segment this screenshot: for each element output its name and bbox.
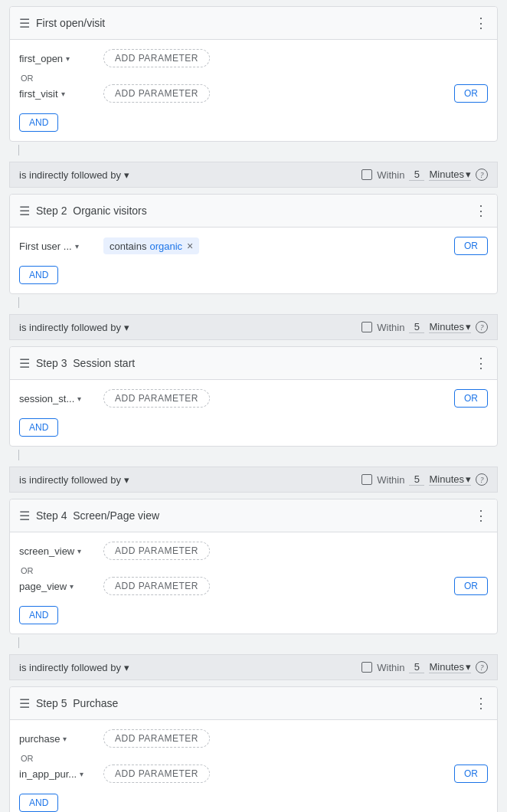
step-3-or-button[interactable]: OR	[454, 389, 488, 408]
step-2-drag-icon: ☰	[19, 204, 30, 218]
step-2-body: First user ... ▾ contains organic × OR A…	[10, 228, 497, 293]
step-1-or-button[interactable]: OR	[454, 84, 488, 103]
within-unit-arrow-4: ▾	[466, 661, 471, 673]
followed-by-arrow-4: ▾	[124, 662, 129, 673]
within-section-1: Within 5 Minutes ▾ ?	[361, 169, 488, 181]
step-3-title: Step 3 Session start	[36, 357, 474, 369]
step-1-event-label-1: first_open ▾	[19, 53, 103, 64]
step-5-more-icon[interactable]: ⋮	[474, 695, 488, 712]
followed-by-label-3: is indirectly followed by	[19, 474, 121, 486]
step-1-event-dropdown-2[interactable]: ▾	[61, 90, 65, 98]
step-1-event-row-2: first_visit ▾ ADD PARAMETER OR	[19, 84, 488, 103]
step-4-event-dropdown-1[interactable]: ▾	[77, 547, 81, 555]
followed-by-select-4[interactable]: is indirectly followed by ▾	[19, 662, 129, 673]
step-1-more-icon[interactable]: ⋮	[474, 15, 488, 31]
step-2-header: ☰ Step 2 Organic visitors ⋮	[10, 195, 497, 228]
help-icon-1[interactable]: ?	[476, 169, 488, 181]
step-2-more-icon[interactable]: ⋮	[474, 202, 488, 219]
step-3-more-icon[interactable]: ⋮	[474, 355, 488, 372]
step-block-2: ☰ Step 2 Organic visitors ⋮ First user .…	[0, 194, 507, 308]
within-unit-4[interactable]: Minutes ▾	[429, 661, 471, 673]
step-5-or-label: OR	[19, 752, 488, 765]
within-checkbox-4[interactable]	[361, 662, 372, 673]
step-4-or-button[interactable]: OR	[454, 577, 488, 595]
within-checkbox-3[interactable]	[361, 474, 372, 485]
followed-by-bar-2: is indirectly followed by ▾ Within 5 Min…	[0, 314, 507, 340]
help-icon-2[interactable]: ?	[476, 321, 488, 333]
step-3-event-dropdown-1[interactable]: ▾	[77, 395, 81, 403]
step-4-body: screen_view ▾ ADD PARAMETER OR page_view…	[10, 532, 497, 634]
within-label-2: Within	[377, 322, 404, 333]
step-4-header: ☰ Step 4 Screen/Page view ⋮	[10, 499, 497, 532]
followed-by-select-1[interactable]: is indirectly followed by ▾	[19, 169, 129, 181]
step-1-add-param-btn-1[interactable]: ADD PARAMETER	[103, 49, 210, 67]
step-5-add-param-btn-1[interactable]: ADD PARAMETER	[103, 729, 210, 748]
followed-by-bar-1: is indirectly followed by ▾ Within 5 Min…	[0, 162, 507, 188]
step-1-add-param-btn-2[interactable]: ADD PARAMETER	[103, 84, 210, 103]
within-label-3: Within	[377, 474, 404, 486]
step-1-event-dropdown-1[interactable]: ▾	[66, 54, 70, 63]
step-card-4: ☰ Step 4 Screen/Page view ⋮ screen_view …	[9, 499, 498, 634]
step-5-and-button[interactable]: AND	[19, 794, 58, 812]
followed-by-label-1: is indirectly followed by	[19, 169, 121, 181]
step-2-contains-tag: contains organic ×	[103, 237, 199, 254]
step-4-event-label-1: screen_view ▾	[19, 545, 103, 557]
contains-close-btn[interactable]: ×	[187, 240, 193, 252]
step-4-event-label-2: page_view ▾	[19, 581, 103, 592]
followed-by-select-2[interactable]: is indirectly followed by ▾	[19, 322, 129, 333]
step-3-drag-icon: ☰	[19, 356, 30, 371]
followed-by-select-3[interactable]: is indirectly followed by ▾	[19, 474, 129, 486]
step-4-event-name-2: page_view	[19, 581, 67, 592]
step-2-or-button[interactable]: OR	[454, 237, 488, 255]
step-1-title: First open/visit	[36, 17, 474, 29]
step-5-event-label-2: in_app_pur... ▾	[19, 768, 103, 780]
within-unit-2[interactable]: Minutes ▾	[429, 321, 471, 333]
followed-by-3: is indirectly followed by ▾ Within 5 Min…	[9, 467, 498, 493]
step-2-and-button[interactable]: AND	[19, 266, 58, 284]
step-5-or-button[interactable]: OR	[454, 765, 488, 783]
within-checkbox-1[interactable]	[361, 169, 372, 180]
within-number-3: 5	[409, 473, 424, 486]
followed-by-label-4: is indirectly followed by	[19, 662, 121, 673]
step-5-event-dropdown-1[interactable]: ▾	[63, 735, 67, 743]
within-unit-1[interactable]: Minutes ▾	[429, 169, 471, 181]
step-3-event-row-1: session_st... ▾ ADD PARAMETER OR	[19, 389, 488, 408]
step-card-3: ☰ Step 3 Session start ⋮ session_st... ▾…	[9, 346, 498, 447]
step-4-add-param-btn-1[interactable]: ADD PARAMETER	[103, 542, 210, 560]
step-2-event-dropdown-1[interactable]: ▾	[75, 242, 79, 250]
step-4-more-icon[interactable]: ⋮	[474, 507, 488, 524]
followed-by-bar-4: is indirectly followed by ▾ Within 5 Min…	[0, 654, 507, 680]
step-1-drag-icon: ☰	[19, 16, 30, 31]
within-number-4: 5	[409, 661, 424, 673]
within-unit-arrow-3: ▾	[466, 473, 471, 485]
funnel-container: ☰ First open/visit ⋮ first_open ▾ ADD PA…	[0, 0, 507, 812]
step-3-add-param-btn-1[interactable]: ADD PARAMETER	[103, 389, 210, 408]
step-5-header: ☰ Step 5 Purchase ⋮	[10, 687, 497, 720]
help-icon-3[interactable]: ?	[476, 473, 488, 486]
step-1-event-row-1: first_open ▾ ADD PARAMETER	[19, 49, 488, 67]
step-4-event-dropdown-2[interactable]: ▾	[70, 582, 74, 591]
followed-by-label-2: is indirectly followed by	[19, 322, 121, 333]
help-icon-4[interactable]: ?	[476, 661, 488, 673]
step-5-add-param-btn-2[interactable]: ADD PARAMETER	[103, 765, 210, 783]
followed-by-2: is indirectly followed by ▾ Within 5 Min…	[9, 314, 498, 340]
step-5-title: Step 5 Purchase	[36, 697, 474, 709]
followed-by-4: is indirectly followed by ▾ Within 5 Min…	[9, 654, 498, 680]
step-3-connector-line	[0, 447, 507, 460]
step-3-event-name-1: session_st...	[19, 393, 74, 404]
step-5-event-dropdown-2[interactable]: ▾	[80, 770, 83, 778]
within-checkbox-2[interactable]	[361, 322, 372, 332]
followed-by-arrow-3: ▾	[124, 474, 129, 486]
step-3-and-button[interactable]: AND	[19, 418, 58, 437]
step-4-and-button[interactable]: AND	[19, 606, 58, 624]
step-4-add-param-btn-2[interactable]: ADD PARAMETER	[103, 577, 210, 595]
contains-value: organic	[149, 241, 182, 252]
followed-by-bar-3: is indirectly followed by ▾ Within 5 Min…	[0, 467, 507, 493]
step-5-drag-icon: ☰	[19, 696, 30, 711]
followed-by-arrow-1: ▾	[124, 169, 129, 181]
within-section-2: Within 5 Minutes ▾ ?	[361, 321, 488, 333]
step-1-and-button[interactable]: AND	[19, 113, 58, 132]
step-4-connector-line	[0, 634, 507, 648]
within-unit-3[interactable]: Minutes ▾	[429, 473, 471, 486]
step-2-line	[18, 297, 19, 308]
